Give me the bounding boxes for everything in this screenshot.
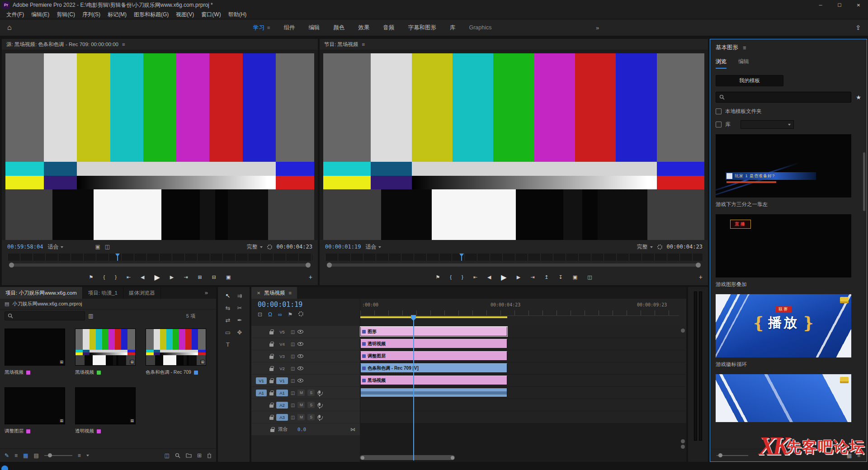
video-clip[interactable]: 透明视频	[360, 339, 507, 348]
home-icon[interactable]: ⌂	[7, 24, 12, 32]
menu-item[interactable]: 文件(F)	[3, 11, 28, 19]
timeline-vertical-scrollbar[interactable]	[681, 329, 685, 334]
source-scrubber[interactable]	[7, 254, 312, 261]
workspace-tab[interactable]: 字幕和图形 ≡	[408, 24, 436, 32]
source-timecode[interactable]: 00:59:58:04	[7, 244, 43, 250]
track-target-toggle[interactable]: A2	[276, 402, 288, 409]
source-video-viewer[interactable]	[2, 50, 318, 240]
project-item[interactable]: ⊞ 透明视频	[75, 387, 143, 434]
video-track-lane[interactable]: 色条和色调 - Rec 709 [V]	[360, 362, 686, 374]
mix-level-value[interactable]: 0.0	[297, 427, 306, 432]
program-timecode[interactable]: 00:00:01:19	[325, 244, 361, 250]
track-target-toggle[interactable]: V1	[276, 377, 288, 384]
insert-icon[interactable]: ⊞	[198, 274, 202, 280]
keyframe-nav-icon[interactable]: ⋈	[350, 427, 355, 432]
essential-graphics-header[interactable]: 基本图形 ≡	[716, 44, 861, 52]
menu-item[interactable]: 窗口(W)	[198, 11, 224, 19]
go-to-out-icon[interactable]: ⇥	[184, 274, 188, 280]
video-track-lane[interactable]: 调整图层	[360, 350, 686, 362]
icon-view-icon[interactable]: ▦	[23, 452, 28, 459]
lock-icon[interactable]	[269, 368, 274, 371]
step-forward-icon[interactable]: ▶	[517, 274, 520, 280]
track-target-toggle[interactable]: V4	[276, 341, 288, 348]
audio-clip[interactable]	[360, 388, 507, 397]
library-select[interactable]	[741, 120, 794, 129]
checkbox-icon[interactable]	[716, 108, 722, 114]
solo-button[interactable]: S	[307, 390, 315, 396]
toggle-track-output-icon[interactable]	[297, 379, 303, 382]
tool-button[interactable]: ⇄	[222, 317, 234, 324]
project-item-name[interactable]: 黑场视频	[75, 369, 94, 376]
workspace-tab[interactable]: Graphics ≡	[469, 24, 491, 31]
track-target-toggle[interactable]: A1	[276, 390, 288, 396]
source-patch-toggle[interactable]	[256, 341, 267, 348]
menu-item[interactable]: 图形和标题(G)	[130, 11, 172, 19]
close-button[interactable]: ✕	[849, 0, 868, 10]
template-card[interactable]: 玩家 1 是否准备好? 游戏下方三分之一靠左	[716, 134, 856, 208]
add-marker-icon[interactable]: ⚑	[435, 274, 440, 280]
menu-item[interactable]: 帮助(H)	[225, 11, 250, 19]
track-monitor-icon[interactable]: ◫	[291, 329, 295, 334]
eg-scrollbar[interactable]	[863, 152, 865, 211]
menu-item[interactable]: 编辑(E)	[28, 11, 53, 19]
menu-item[interactable]: 序列(S)	[79, 11, 104, 19]
grid-view-icon[interactable]: ▦	[847, 452, 852, 459]
output-settings-icon[interactable]: ◫	[105, 244, 110, 250]
template-card[interactable]: 直播 游戏图形叠加	[716, 214, 856, 288]
export-frame-icon[interactable]: ▣	[226, 274, 231, 280]
zoom-handle-left[interactable]	[327, 263, 332, 268]
source-resolution-select[interactable]: 完整	[247, 243, 263, 251]
quick-export-icon[interactable]: ⇪	[855, 24, 861, 31]
source-zoom-select[interactable]: 适合	[47, 243, 63, 251]
my-templates-button[interactable]: 我的模板	[716, 75, 783, 86]
project-tab[interactable]: 项目: 小刀娱乐网www.x6g.com	[0, 287, 83, 299]
track-monitor-icon[interactable]: ◫	[291, 403, 295, 408]
local-templates-filter[interactable]: 本地模板文件夹	[716, 108, 861, 115]
source-monitor-header[interactable]: 源: 黑场视频: 色条和色调 - Rec 709: 00:00:00:00 ≡	[2, 39, 318, 50]
list-view-icon[interactable]: ≡	[857, 452, 860, 459]
track-target-toggle[interactable]: V5	[276, 329, 288, 335]
video-track-lane[interactable]: 图形	[360, 326, 686, 338]
project-item-name[interactable]: 调整图层	[5, 428, 24, 434]
template-card[interactable]	[716, 374, 856, 422]
lock-icon[interactable]	[269, 331, 274, 334]
workspace-tab[interactable]: 组件 ≡	[283, 24, 295, 32]
thumbnail-size-slider[interactable]	[717, 455, 748, 456]
project-writable-icon[interactable]: ✎	[5, 452, 9, 459]
export-frame-icon[interactable]: ▣	[573, 274, 577, 280]
linked-selection-icon[interactable]: ∞	[278, 311, 282, 318]
lock-icon[interactable]	[269, 392, 274, 395]
workspace-tab[interactable]: 库 ≡	[450, 24, 456, 32]
snap-icon[interactable]: Ω	[268, 311, 272, 318]
menu-item[interactable]: 视图(V)	[172, 11, 198, 19]
project-item[interactable]: ⊞ 调整图层	[5, 387, 72, 434]
audio-track-lane[interactable]	[360, 387, 686, 399]
project-file-row[interactable]: ▤ 小刀娱乐网www.x6g.com.prproj	[0, 299, 216, 310]
toggle-track-output-icon[interactable]	[297, 367, 303, 370]
play-icon[interactable]: ▶	[501, 273, 506, 282]
panel-menu-icon[interactable]: ≡	[288, 290, 292, 296]
program-scrubber[interactable]	[325, 254, 703, 261]
add-marker-icon[interactable]: ⚑	[288, 311, 293, 318]
voiceover-record-icon[interactable]	[318, 390, 321, 394]
program-video-viewer[interactable]	[320, 50, 708, 240]
new-bin-icon[interactable]	[186, 453, 192, 458]
source-patch-toggle[interactable]: A1	[256, 390, 267, 396]
template-search-input[interactable]	[716, 92, 851, 103]
template-card[interactable]: 联赛 播放 游戏徽标循环	[716, 294, 856, 368]
project-item[interactable]: ⊞ 黑场视频	[5, 329, 72, 376]
nest-sequence-icon[interactable]: ⊡	[258, 311, 262, 318]
zoom-handle-right[interactable]	[306, 263, 311, 268]
project-item[interactable]: ⊞ 黑场视频	[75, 329, 143, 376]
track-monitor-icon[interactable]: ◫	[291, 390, 295, 395]
thumbnail-zoom-slider[interactable]	[44, 455, 72, 456]
extract-icon[interactable]: ↧	[559, 274, 563, 280]
panel-menu-icon[interactable]: ≡	[743, 45, 746, 51]
mute-button[interactable]: M	[297, 390, 305, 396]
workspace-tab[interactable]: 学习 ≡	[253, 24, 270, 32]
timeline-horizontal-scrollbar[interactable]	[360, 455, 679, 460]
maximize-button[interactable]: ☐	[830, 0, 849, 10]
list-view-icon[interactable]: ≡	[14, 452, 18, 459]
track-monitor-icon[interactable]: ◫	[291, 378, 295, 383]
panel-menu-icon[interactable]: ≡	[362, 42, 365, 47]
